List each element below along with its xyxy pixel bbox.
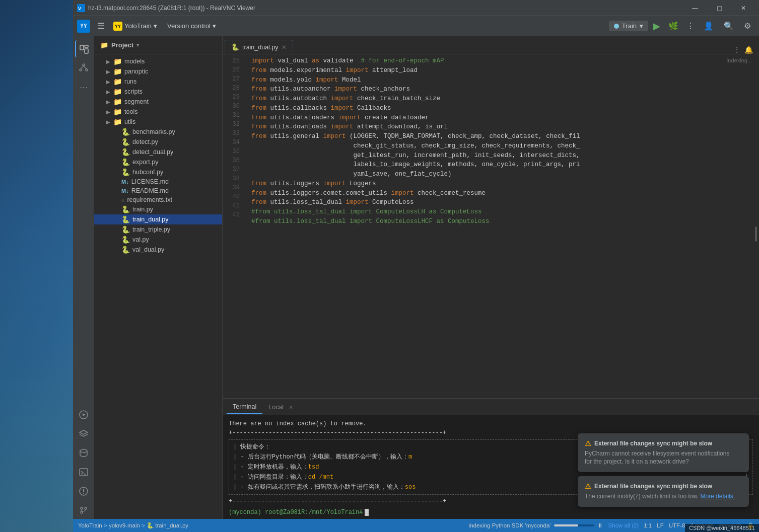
- line-col[interactable]: 1:1: [644, 522, 652, 528]
- tab-train-dual[interactable]: 🐍 train_dual.py ✕: [225, 40, 293, 54]
- tree-item-train-triple[interactable]: 🐍 train_triple.py: [94, 224, 222, 235]
- breadcrumb: YoloTrain > yolov9-main > 🐍 train_dual.p…: [78, 522, 188, 529]
- notif-1-body: PyCharm cannot receive filesystem event …: [585, 449, 742, 467]
- logo-text: YY: [80, 23, 87, 29]
- tree-item-requirements[interactable]: ≡ requirements.txt: [94, 195, 222, 204]
- tab-close-button[interactable]: ✕: [282, 44, 287, 51]
- file-tree-panel: 📁 Project ▾ ▶ 📁 models ▶ 📁 panoptic: [94, 36, 223, 519]
- search-icon[interactable]: 🔍: [720, 19, 738, 33]
- tree-item-segment[interactable]: ▶ 📁 segment: [94, 97, 222, 107]
- term-line-1: There are no index cache(s) to remove.: [229, 419, 753, 428]
- project-label: YoloTrain: [124, 22, 152, 30]
- tree-item-train[interactable]: 🐍 train.py: [94, 204, 222, 214]
- tree-item-detect[interactable]: 🐍 detect.py: [94, 137, 222, 147]
- tree-item-export[interactable]: 🐍 export.py: [94, 157, 222, 167]
- run-config[interactable]: Train ▾: [609, 21, 648, 31]
- terminal-tab-label: Terminal: [233, 403, 256, 410]
- project-menu-item[interactable]: YY YoloTrain ▾: [109, 20, 161, 33]
- tab-terminal[interactable]: Terminal: [227, 400, 262, 414]
- code-editor[interactable]: import val_dual as validate # for end-of…: [245, 54, 759, 398]
- tree-item-scripts[interactable]: ▶ 📁 scripts: [94, 87, 222, 97]
- warning-icon-1: ⚠: [585, 439, 591, 447]
- breadcrumb-file[interactable]: 🐍 train_dual.py: [147, 522, 188, 528]
- warning-icon-2: ⚠: [585, 482, 591, 490]
- svg-point-6: [80, 69, 82, 71]
- line-ending[interactable]: LF: [657, 522, 663, 528]
- more-button[interactable]: ⋮: [683, 20, 698, 32]
- encoding[interactable]: UTF-8: [669, 522, 685, 528]
- project-dropdown-icon: ▾: [154, 22, 157, 30]
- line-numbers: 2526272829 3031323334 3536373839 404142: [223, 54, 245, 398]
- tree-item-detect-dual[interactable]: 🐍 detect_dual.py: [94, 147, 222, 157]
- sidebar-item-git[interactable]: [75, 502, 92, 519]
- sidebar-item-project[interactable]: [75, 40, 92, 57]
- hamburger-button[interactable]: ☰: [94, 19, 107, 33]
- progress-bar-fill: [554, 524, 578, 526]
- version-control-menu-item[interactable]: Version control ▾: [163, 20, 220, 32]
- terminal-tabs: Terminal Local ✕: [223, 399, 759, 415]
- tree-item-train-dual[interactable]: 🐍 train_dual.py: [94, 214, 222, 224]
- maximize-button[interactable]: ▢: [708, 0, 731, 16]
- status-bar: YoloTrain > yolov9-main > 🐍 train_dual.p…: [73, 519, 759, 532]
- project-panel-header: 📁 Project ▾: [94, 36, 222, 54]
- tree-item-license[interactable]: M↓ LICENSE.md: [94, 177, 222, 186]
- tree-item-tools[interactable]: ▶ 📁 tools: [94, 107, 222, 117]
- sidebar-item-layers[interactable]: [75, 425, 92, 442]
- svg-point-19: [81, 507, 83, 509]
- svg-line-9: [84, 66, 87, 69]
- svg-marker-12: [80, 430, 88, 434]
- run-button[interactable]: ▶: [650, 20, 663, 33]
- run-config-dot: [614, 24, 619, 29]
- tree-item-benchmarks[interactable]: 🐍 benchmarks.py: [94, 127, 222, 137]
- notif-2-body: The current inotify(7) watch limit is to…: [585, 492, 742, 501]
- watermark: CSDN @weixin_46648511: [685, 524, 759, 532]
- tree-item-utils[interactable]: ▶ 📁 utils: [94, 117, 222, 127]
- sidebar-item-more[interactable]: ⋯: [75, 79, 92, 96]
- indexing-text: Indexing Python SDK 'myconda': [468, 522, 551, 528]
- breadcrumb-yolotrain[interactable]: YoloTrain: [78, 522, 102, 528]
- local-tab-close[interactable]: ✕: [289, 404, 293, 410]
- progress-bar-container: [554, 524, 594, 526]
- profile-icon[interactable]: 👤: [700, 19, 718, 33]
- notification-button[interactable]: 🔔: [744, 46, 753, 54]
- app-icon: V: [77, 4, 85, 12]
- version-control-dropdown-icon: ▾: [213, 22, 216, 30]
- sidebar-item-structure[interactable]: [75, 59, 92, 77]
- tab-label: train_dual.py: [242, 44, 279, 51]
- svg-rect-3: [85, 45, 88, 47]
- notif-1-title-text: External file changes sync might be slow: [594, 440, 712, 447]
- tree-item-hubconf[interactable]: 🐍 hubconf.py: [94, 167, 222, 177]
- project-dropdown-chevron: ▾: [136, 42, 139, 48]
- svg-point-20: [85, 507, 87, 509]
- close-button[interactable]: ✕: [732, 0, 755, 16]
- tree-item-val[interactable]: 🐍 val.py: [94, 235, 222, 245]
- svg-line-8: [81, 66, 84, 69]
- tab-more-button[interactable]: ⋮: [733, 46, 740, 54]
- sidebar-item-warning[interactable]: [75, 483, 92, 500]
- tree-item-readme[interactable]: M↓ README.md: [94, 186, 222, 195]
- settings-icon[interactable]: ⚙: [740, 19, 755, 33]
- sidebar-item-run[interactable]: [75, 406, 92, 423]
- debug-button[interactable]: 🌿: [665, 20, 681, 32]
- pause-icon[interactable]: ⏸: [597, 522, 603, 528]
- terminal-cursor: [365, 509, 369, 516]
- show-all-button[interactable]: Show all (2): [608, 522, 639, 528]
- window-controls: — ▢ ✕: [683, 0, 755, 16]
- tree-item-panoptic[interactable]: ▶ 📁 panoptic: [94, 66, 222, 77]
- notif-1-title: ⚠ External file changes sync might be sl…: [585, 439, 742, 447]
- svg-marker-11: [83, 413, 86, 416]
- svg-text:V: V: [78, 6, 81, 11]
- svg-rect-4: [85, 49, 88, 53]
- minimize-button[interactable]: —: [683, 0, 707, 16]
- menu-bar: YY ☰ YY YoloTrain ▾ Version control ▾ Tr…: [73, 16, 759, 36]
- tree-item-models[interactable]: ▶ 📁 models: [94, 56, 222, 66]
- breadcrumb-yolov9[interactable]: yolov9-main: [109, 522, 140, 528]
- sidebar-item-terminal[interactable]: [75, 464, 92, 481]
- sidebar-item-database[interactable]: [75, 444, 92, 462]
- title-bar-text: hz-t3.matpool.com:28645 (Za081R:1 (root)…: [88, 5, 683, 12]
- more-details-link[interactable]: More details.: [700, 493, 735, 500]
- scrollbar[interactable]: [755, 226, 757, 242]
- tree-item-val-dual[interactable]: 🐍 val_dual.py: [94, 245, 222, 255]
- tab-local[interactable]: Local ✕: [262, 401, 299, 414]
- tree-item-runs[interactable]: ▶ 📁 runs: [94, 77, 222, 87]
